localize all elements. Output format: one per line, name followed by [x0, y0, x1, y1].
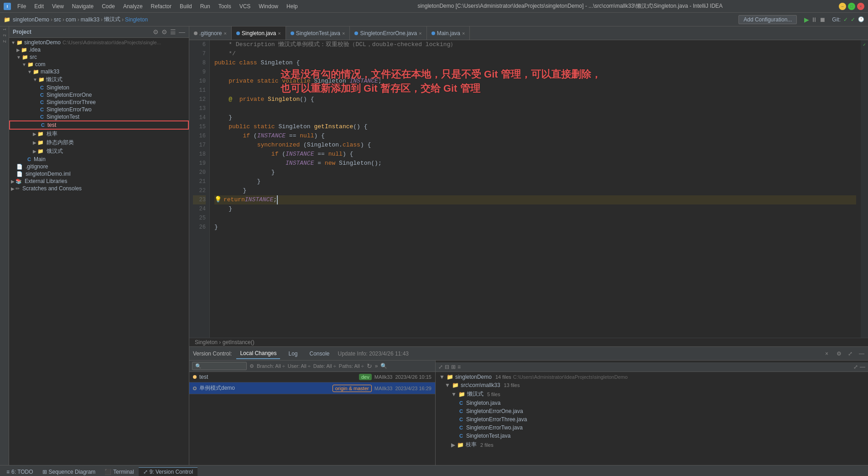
vc-tab-console[interactable]: Console: [306, 349, 333, 359]
breadcrumb-singleton[interactable]: Singleton: [125, 16, 148, 23]
minimize-button[interactable]: –: [839, 3, 846, 10]
debug-button[interactable]: ⏸: [811, 16, 817, 23]
menu-window[interactable]: Window: [255, 2, 282, 10]
gear-icon-vc[interactable]: ⚙: [249, 363, 254, 369]
menu-help[interactable]: Help: [283, 2, 301, 10]
structure-panel-toggle[interactable]: 2: [2, 34, 7, 37]
breadcrumb-lazystyle[interactable]: 懒汉式: [104, 16, 120, 23]
git-checkmark[interactable]: ✓: [843, 16, 848, 23]
tree-item-Singleton[interactable]: C Singleton: [9, 84, 189, 91]
run-button[interactable]: ▶: [804, 16, 809, 23]
tree-item-idea[interactable]: ▶ 📁 .idea: [9, 46, 189, 53]
commit-item-test[interactable]: test dev MAIlk33 2023/4/26 10:15: [189, 372, 435, 382]
vc-tree-singletontest-java[interactable]: C SingletonTest.java: [436, 432, 868, 440]
vc-expand-icon[interactable]: ⤢: [848, 350, 852, 357]
tree-item-zhilv[interactable]: ▶ 📁 枝率: [9, 130, 189, 138]
vc-collapse-icon[interactable]: —: [859, 350, 864, 357]
close-tab-singleton[interactable]: ×: [278, 31, 281, 36]
vc-tree-errorthree-java[interactable]: C SingletonErrorThree.java: [436, 415, 868, 424]
bottom-tab-terminal[interactable]: ⬛ Terminal: [100, 468, 138, 476]
tab-singletonerrorone[interactable]: SingletonErrorOne.java ×: [350, 26, 426, 40]
close-button[interactable]: ×: [857, 3, 864, 10]
tab-singleton[interactable]: Singleton.java ×: [232, 26, 286, 40]
tree-item-SingletonErrorTwo[interactable]: C SingletonErrorTwo: [9, 106, 189, 113]
close-tab-singletontest[interactable]: ×: [342, 31, 345, 36]
breadcrumb-src[interactable]: src: [54, 16, 61, 23]
menu-analyze[interactable]: Analyze: [120, 2, 146, 10]
tree-item-test[interactable]: C test: [9, 120, 189, 130]
tree-item-singletonDemo[interactable]: ▼ 📁 singletonDemo C:\Users\Administrator…: [9, 39, 189, 46]
tab-gitignore[interactable]: .gitignore ×: [189, 26, 232, 40]
tree-item-scratches[interactable]: ▶ ✏ Scratches and Consoles: [9, 185, 189, 192]
close-update-info[interactable]: ×: [825, 350, 828, 357]
vc-tree-src[interactable]: ▼ 📁 src\com\mallk33 13 files: [436, 381, 868, 389]
menu-code[interactable]: Code: [98, 2, 119, 10]
settings-icon[interactable]: ⚙: [161, 28, 167, 36]
refresh-icon[interactable]: ↻: [367, 362, 372, 370]
vc-tab-log[interactable]: Log: [285, 349, 301, 359]
tree-item-eagerstyle[interactable]: ▶ 📁 饿汉式: [9, 147, 189, 156]
tab-main[interactable]: Main.java ×: [427, 26, 470, 40]
menu-run[interactable]: Run: [197, 2, 214, 10]
breadcrumb-mallk33[interactable]: mallk33: [81, 16, 99, 23]
tree-item-com[interactable]: ▼ 📁 com: [9, 61, 189, 68]
breadcrumb-singletonDemo[interactable]: singletonDemo: [13, 16, 49, 23]
vc-tree-root[interactable]: ▼ 📁 singletonDemo 14 files C:\Users\Admi…: [436, 373, 868, 381]
menu-view[interactable]: View: [48, 2, 68, 10]
tree-item-gitignore[interactable]: 📄 .gitignore: [9, 163, 189, 170]
menu-file[interactable]: File: [14, 2, 30, 10]
vc-settings-icon[interactable]: ⚙: [837, 350, 842, 357]
vc-tree-lazystyle[interactable]: ▼ 📁 懒汉式 5 files: [436, 389, 868, 399]
close-tab-singletonerrorone[interactable]: ×: [419, 31, 421, 36]
vc-tree-errortwo-java[interactable]: C SingletonErrorTwo.java: [436, 424, 868, 432]
vc-collapse-all-icon[interactable]: ⊟: [445, 364, 449, 370]
arrow-right-icon[interactable]: »: [375, 363, 378, 369]
menu-vcs[interactable]: VCS: [236, 2, 255, 10]
menu-navigate[interactable]: Navigate: [68, 2, 97, 10]
commit-item-singleton-demo[interactable]: 单例模式demo origin & master MAIlk33 2023/4/…: [189, 382, 435, 394]
menu-edit[interactable]: Edit: [31, 2, 47, 10]
maximize-button[interactable]: □: [848, 3, 855, 10]
vc-flat-icon[interactable]: ≡: [457, 364, 461, 370]
vc-tree-errorone-java[interactable]: C SingletonErrorOne.java: [436, 407, 868, 415]
project-panel-toggle[interactable]: 1: [2, 28, 7, 31]
bottom-tab-sequence[interactable]: ⊞ Sequence Diagram: [38, 468, 100, 476]
tree-item-mallk33[interactable]: ▼ 📁 mallk33: [9, 68, 189, 75]
tree-item-iml[interactable]: 📄 singletonDemo.iml: [9, 170, 189, 178]
vc-right-expand-icon[interactable]: ⤢: [853, 364, 858, 370]
sync-icon[interactable]: ⚙: [153, 28, 159, 36]
tree-item-lazystyle[interactable]: ▼ 📁 懒汉式: [9, 75, 189, 84]
vc-expand-all-icon[interactable]: ⤢: [438, 364, 443, 370]
breadcrumb-com[interactable]: com: [66, 16, 76, 23]
tree-item-ext-libs[interactable]: ▶ 📚 External Libraries: [9, 178, 189, 185]
add-configuration-button[interactable]: Add Configuration...: [738, 15, 797, 24]
bottom-tab-vc[interactable]: ⤢ 9: Version Control: [139, 467, 198, 476]
bottom-tab-todo[interactable]: ≡ 6: TODO: [2, 468, 38, 476]
vc-right-collapse-icon[interactable]: —: [860, 364, 865, 370]
tab-singletontest[interactable]: SingletonTest.java ×: [286, 26, 350, 40]
code-editor[interactable]: 这是没有勾的情况，文件还在本地，只是不受 Git 管理，可以直接删除， 也可以重…: [189, 40, 868, 338]
vc-group-icon[interactable]: ⊞: [451, 364, 456, 370]
search-icon[interactable]: 🔍: [380, 363, 387, 369]
close-tab-gitignore[interactable]: ×: [223, 31, 226, 36]
vc-tree-singleton-java[interactable]: C Singleton.java: [436, 399, 868, 407]
vc-tree-zhilv[interactable]: ▶ 📁 枝率 2 files: [436, 440, 868, 450]
menu-build[interactable]: Build: [176, 2, 196, 10]
menu-tools[interactable]: Tools: [215, 2, 235, 10]
vc-search-input[interactable]: [192, 362, 247, 370]
git-checkmark2[interactable]: ✓: [851, 16, 855, 23]
minimize-panel-icon[interactable]: —: [179, 28, 185, 36]
close-tab-main[interactable]: ×: [462, 31, 465, 36]
favorites-panel-toggle[interactable]: Z: [2, 40, 7, 43]
tree-item-Main[interactable]: C Main: [9, 156, 189, 163]
tree-item-src[interactable]: ▼ 📁 src: [9, 53, 189, 61]
menu-refactor[interactable]: Refactor: [147, 2, 175, 10]
layout-icon[interactable]: ☰: [170, 28, 176, 36]
tree-item-SingletonTest[interactable]: C SingletonTest: [9, 113, 189, 120]
stop-button[interactable]: ⏹: [819, 16, 826, 23]
tree-item-SingletonErrorOne[interactable]: C SingletonErrorOne: [9, 91, 189, 99]
code-lines[interactable]: * Description 懒汉式单例模式：双重校验（DCL，double-ch…: [210, 40, 861, 338]
tree-item-staticinner[interactable]: ▶ 📁 静态内部类: [9, 138, 189, 147]
vc-tab-local-changes[interactable]: Local Changes: [236, 348, 280, 359]
git-clock[interactable]: 🕐: [858, 16, 864, 22]
